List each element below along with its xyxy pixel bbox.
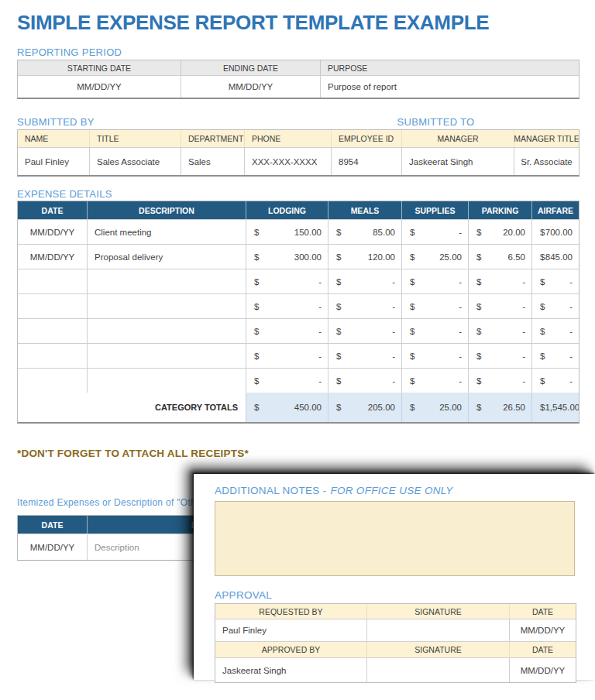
approval-date-value[interactable]: MM/DD/YY [510,658,576,682]
itemized-date-value[interactable]: MM/DD/YY [18,534,88,560]
expense-amount-cell[interactable]: $25.00 [402,245,469,269]
expense-amount-cell[interactable]: $- [328,369,402,393]
approval-table: REQUESTED BY SIGNATURE DATE Paul Finley … [215,603,576,683]
ending-date-value[interactable]: MM/DD/YY [181,76,321,98]
expense-amount-cell[interactable]: $- [246,319,328,343]
expense-amount-cell[interactable]: $- [469,269,532,293]
amount-value: - [459,302,462,311]
expense-date-cell[interactable] [18,369,88,393]
expense-description-cell[interactable] [88,269,246,293]
amount-value: - [392,302,395,311]
expense-amount-cell[interactable]: $- [469,369,532,393]
expense-date-cell[interactable] [18,319,88,343]
expense-amount-cell[interactable]: $- [246,294,328,318]
expense-amount-cell[interactable]: $- [402,344,469,368]
category-total-lodging: $ 450.00 [246,393,328,422]
phone-value[interactable]: XXX-XXX-XXXX [245,148,332,175]
expense-date-cell[interactable]: MM/DD/YY [18,220,88,244]
expense-amount-cell[interactable]: $- [328,319,402,343]
expense-description-cell[interactable]: Client meeting [88,220,246,244]
purpose-value[interactable]: Purpose of report [321,76,579,98]
notes-input-area[interactable] [215,501,575,576]
currency-symbol: $ [476,228,481,237]
signature-cell[interactable] [367,658,510,682]
expense-amount-cell[interactable]: $- [532,319,579,343]
expense-date-cell[interactable] [18,269,88,293]
manager-value[interactable]: Jaskeerat Singh [402,148,514,175]
currency-symbol: $ [254,252,259,262]
expense-amount-cell[interactable]: $- [532,369,579,393]
requested-by-value[interactable]: Paul Finley [215,619,367,641]
expense-description-cell[interactable] [88,294,246,318]
approved-by-value[interactable]: Jaskeerat Singh [215,658,367,682]
expense-amount-cell[interactable]: $20.00 [469,220,532,244]
expense-amount-cell[interactable]: $- [328,269,402,293]
expense-description-cell[interactable] [88,369,246,393]
expense-amount-cell[interactable]: $- [402,369,469,393]
column-header-department: DEPARTMENT [181,130,245,147]
department-value[interactable]: Sales [181,148,245,175]
expense-amount-cell[interactable]: $85.00 [328,220,402,244]
expense-amount-cell[interactable]: $- [402,294,469,318]
amount-value: - [318,327,322,336]
expense-description-cell[interactable]: Proposal delivery [88,245,246,269]
currency-symbol: $ [410,228,414,237]
title-value[interactable]: Sales Associate [90,148,181,175]
expense-amount-cell[interactable]: $- [469,344,532,368]
starting-date-value[interactable]: MM/DD/YY [18,76,181,98]
expense-amount-cell[interactable]: $- [402,220,469,244]
expense-amount-cell[interactable]: $- [246,269,328,293]
column-header-lodging: LODGING [246,201,328,219]
expense-amount-cell[interactable]: $6.50 [469,245,532,269]
currency-symbol: $ [336,302,341,311]
currency-symbol: $ [540,352,545,361]
expense-date-cell[interactable]: MM/DD/YY [18,245,88,269]
expense-amount-cell[interactable]: $- [246,344,328,368]
currency-symbol: $ [540,376,545,386]
signature-cell[interactable] [367,619,510,641]
expense-date-cell[interactable] [18,294,88,318]
expense-amount-cell[interactable]: $- [328,344,402,368]
currency-symbol: $ [254,403,259,412]
expense-amount-cell[interactable]: $- [402,269,469,293]
manager-title-value[interactable]: Sr. Associate [514,148,579,175]
column-header-starting-date: STARTING DATE [18,60,181,75]
currency-symbol: $ [476,403,481,412]
amount-value: - [522,277,525,287]
amount-value: 25.00 [439,403,462,412]
office-use-overlay-panel: ADDITIONAL NOTES -FOR OFFICE USE ONLY AP… [194,474,595,680]
expense-amount-cell[interactable]: $- [532,269,579,293]
amount-value: - [318,376,322,386]
approval-date-value[interactable]: MM/DD/YY [510,619,576,641]
expense-amount-cell[interactable]: $- [532,294,579,318]
expense-amount-cell[interactable]: $- [246,369,328,393]
amount-value: - [569,302,573,311]
expense-amount-cell[interactable]: $150.00 [246,220,328,244]
expense-amount-cell[interactable]: $- [469,294,532,318]
submitted-by-label: SUBMITTED BY [17,116,95,128]
expense-amount-cell[interactable]: $- [469,319,532,343]
column-header-approved-by: APPROVED BY [215,642,367,657]
expense-amount-cell[interactable]: $- [328,294,402,318]
expense-row: $-$-$-$-$- [18,319,579,344]
name-value[interactable]: Paul Finley [18,148,90,175]
column-header-parking: PARKING [469,201,532,219]
currency-symbol: $ [336,403,341,412]
expense-description-cell[interactable] [88,319,246,343]
currency-symbol: $ [254,277,259,287]
expense-amount-cell[interactable]: $700.00 [532,220,579,244]
expense-details-table: DATE DESCRIPTION LODGING MEALS SUPPLIES … [17,201,580,424]
employee-id-value[interactable]: 8954 [332,148,402,175]
expense-amount-cell[interactable]: $- [532,344,579,368]
currency-symbol: $ [254,376,259,386]
expense-description-cell[interactable] [88,344,246,368]
currency-symbol: $ [336,277,341,287]
column-header-manager: MANAGER [402,130,514,147]
column-header-supplies: SUPPLIES [402,201,469,219]
expense-amount-cell[interactable]: $845.00 [532,245,579,269]
expense-date-cell[interactable] [18,344,88,368]
expense-amount-cell[interactable]: $- [402,319,469,343]
expense-amount-cell[interactable]: $120.00 [328,245,402,269]
expense-amount-cell[interactable]: $300.00 [246,245,328,269]
currency-symbol: $ [540,252,545,262]
